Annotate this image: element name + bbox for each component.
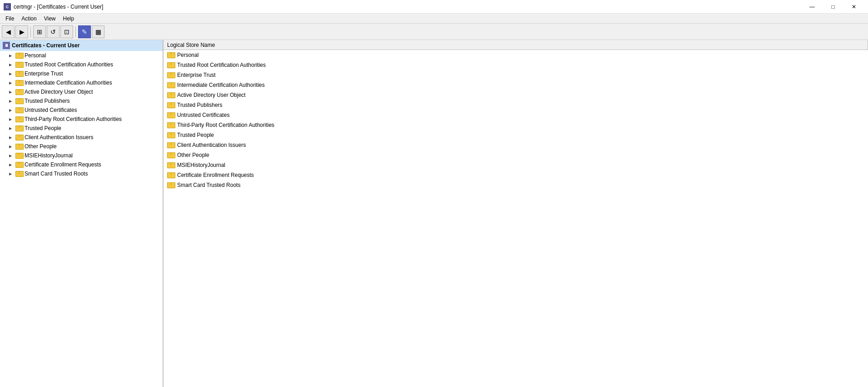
tree-item-third-party[interactable]: ▶ Third-Party Root Certification Authori… — [0, 115, 163, 124]
tree-item-active-directory[interactable]: ▶ Active Directory User Object — [0, 87, 163, 96]
toolbar-forward-button[interactable]: ▶ — [15, 25, 28, 38]
content-item-cert-enrollment[interactable]: Certificate Enrollment Requests — [164, 170, 868, 180]
computer-icon: 🖥 — [3, 42, 10, 49]
folder-icon-trusted-publishers — [15, 98, 23, 104]
menu-help[interactable]: Help — [60, 15, 78, 23]
folder-icon-other-people — [15, 144, 23, 150]
folder-icon-cert-enrollment — [15, 162, 23, 168]
content-item-intermediate[interactable]: Intermediate Certification Authorities — [164, 80, 868, 90]
folder-icon-c-intermediate — [167, 82, 174, 88]
menu-bar: File Action View Help — [0, 14, 868, 24]
col-header-logical-store[interactable]: Logical Store Name — [164, 40, 868, 50]
chevron-intermediate: ▶ — [9, 81, 14, 85]
menu-action[interactable]: Action — [18, 15, 40, 23]
maximize-button[interactable]: □ — [823, 0, 843, 14]
tree-root[interactable]: 🖥 Certificates - Current User — [0, 40, 163, 51]
folder-icon-c-client-auth — [167, 142, 174, 148]
chevron-third-party: ▶ — [9, 117, 14, 121]
window-title: certmgr - [Certificates - Current User] — [14, 4, 103, 10]
column-header-row: Logical Store Name — [164, 40, 868, 50]
toolbar-grid-button[interactable]: ▦ — [92, 25, 104, 38]
tree-item-personal[interactable]: ▶ Personal — [0, 51, 163, 60]
toolbar-export-button[interactable]: ⊡ — [60, 25, 73, 38]
folder-icon-active-directory — [15, 89, 23, 95]
content-item-trusted-people[interactable]: Trusted People — [164, 130, 868, 140]
folder-icon-intermediate — [15, 80, 23, 86]
chevron-trusted-people: ▶ — [9, 126, 14, 131]
toolbar-show-button[interactable]: ⊞ — [33, 25, 46, 38]
app-icon: C — [4, 3, 11, 10]
tree-item-intermediate[interactable]: ▶ Intermediate Certification Authorities — [0, 78, 163, 87]
folder-icon-trusted-people — [15, 126, 23, 131]
title-bar-controls: — □ ✕ — [802, 0, 864, 14]
folder-icon-c-trusted-publishers — [167, 102, 174, 108]
content-item-smart-card[interactable]: Smart Card Trusted Roots — [164, 180, 868, 190]
toolbar: ◀ ▶ ⊞ ↺ ⊡ ✎ ▦ — [0, 24, 868, 40]
toolbar-back-button[interactable]: ◀ — [2, 25, 15, 38]
title-bar: C certmgr - [Certificates - Current User… — [0, 0, 868, 14]
content-item-trusted-publishers[interactable]: Trusted Publishers — [164, 100, 868, 110]
chevron-personal: ▶ — [9, 54, 14, 58]
close-button[interactable]: ✕ — [843, 0, 864, 14]
content-item-third-party[interactable]: Third-Party Root Certification Authoriti… — [164, 120, 868, 130]
content-item-active-directory[interactable]: Active Directory User Object — [164, 90, 868, 100]
folder-icon-third-party — [15, 116, 23, 122]
tree-item-msie[interactable]: ▶ MSIEHistoryJournal — [0, 151, 163, 160]
tree-item-trusted-root[interactable]: ▶ Trusted Root Certification Authorities — [0, 60, 163, 69]
chevron-enterprise-trust: ▶ — [9, 72, 14, 76]
tree-item-smart-card[interactable]: ▶ Smart Card Trusted Roots — [0, 169, 163, 178]
folder-icon-msie — [15, 153, 23, 159]
content-item-trusted-root[interactable]: Trusted Root Certification Authorities — [164, 60, 868, 70]
folder-icon-personal — [15, 53, 23, 59]
folder-icon-c-active-directory — [167, 92, 174, 98]
content-panel: Logical Store Name Personal Trusted Root… — [164, 40, 868, 387]
folder-icon-enterprise-trust — [15, 71, 23, 77]
tree-panel: 🖥 Certificates - Current User ▶ Personal… — [0, 40, 164, 387]
folder-icon-c-trusted-root — [167, 62, 174, 68]
chevron-trusted-root: ▶ — [9, 63, 14, 67]
toolbar-properties-button[interactable]: ✎ — [78, 25, 91, 38]
folder-icon-c-other-people — [167, 152, 174, 158]
chevron-client-auth: ▶ — [9, 136, 14, 140]
folder-icon-c-trusted-people — [167, 132, 174, 138]
folder-icon-c-cert-enrollment — [167, 172, 174, 178]
folder-icon-c-third-party — [167, 122, 174, 128]
tree-item-trusted-people[interactable]: ▶ Trusted People — [0, 124, 163, 133]
minimize-button[interactable]: — — [802, 0, 823, 14]
folder-icon-untrusted — [15, 107, 23, 113]
menu-view[interactable]: View — [40, 15, 60, 23]
tree-root-label: Certificates - Current User — [12, 42, 79, 49]
toolbar-separator-2 — [75, 26, 76, 37]
tree-item-client-auth[interactable]: ▶ Client Authentication Issuers — [0, 133, 163, 142]
content-item-client-auth[interactable]: Client Authentication Issuers — [164, 140, 868, 150]
folder-icon-client-auth — [15, 135, 23, 141]
folder-icon-c-enterprise-trust — [167, 72, 174, 78]
chevron-other-people: ▶ — [9, 145, 14, 149]
folder-icon-c-smart-card — [167, 182, 174, 188]
chevron-active-directory: ▶ — [9, 90, 14, 94]
content-item-msie[interactable]: MSIEHistoryJournal — [164, 160, 868, 170]
tree-item-other-people[interactable]: ▶ Other People — [0, 142, 163, 151]
menu-file[interactable]: File — [2, 15, 18, 23]
chevron-smart-card: ▶ — [9, 172, 14, 176]
content-item-untrusted[interactable]: Untrusted Certificates — [164, 110, 868, 120]
tree-item-untrusted[interactable]: ▶ Untrusted Certificates — [0, 106, 163, 115]
folder-icon-c-msie — [167, 162, 174, 168]
content-item-personal[interactable]: Personal — [164, 50, 868, 60]
chevron-msie: ▶ — [9, 154, 14, 158]
toolbar-refresh-button[interactable]: ↺ — [47, 25, 60, 38]
toolbar-separator-1 — [30, 26, 31, 37]
content-item-other-people[interactable]: Other People — [164, 150, 868, 160]
folder-icon-smart-card — [15, 171, 23, 177]
folder-icon-c-personal — [167, 52, 174, 58]
chevron-trusted-publishers: ▶ — [9, 99, 14, 103]
tree-item-trusted-publishers[interactable]: ▶ Trusted Publishers — [0, 96, 163, 106]
chevron-cert-enrollment: ▶ — [9, 163, 14, 167]
tree-item-enterprise-trust[interactable]: ▶ Enterprise Trust — [0, 69, 163, 78]
folder-icon-c-untrusted — [167, 112, 174, 118]
main-area: 🖥 Certificates - Current User ▶ Personal… — [0, 40, 868, 387]
chevron-untrusted: ▶ — [9, 108, 14, 112]
folder-icon-trusted-root — [15, 62, 23, 68]
tree-item-cert-enrollment[interactable]: ▶ Certificate Enrollment Requests — [0, 160, 163, 169]
content-item-enterprise-trust[interactable]: Enterprise Trust — [164, 70, 868, 80]
